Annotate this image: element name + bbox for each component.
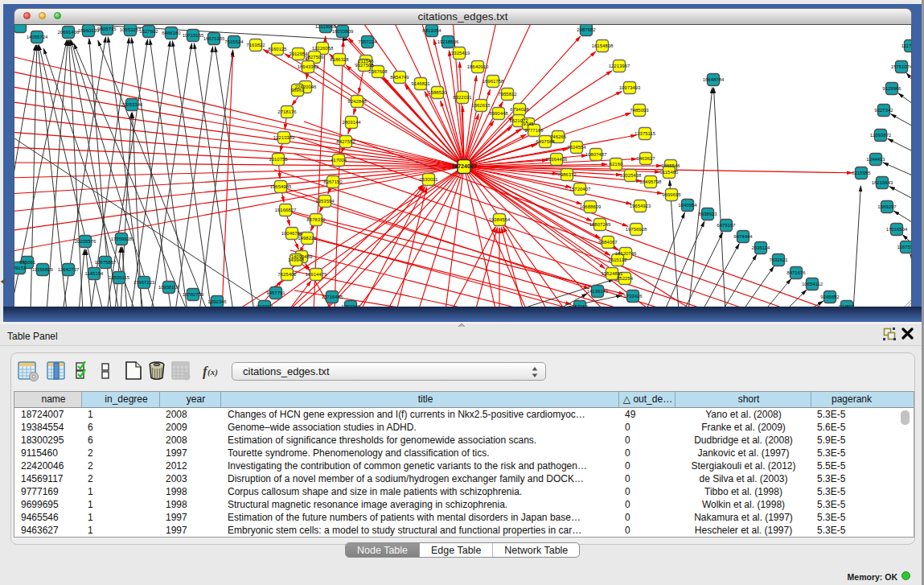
svg-text:1527602: 1527602 (139, 29, 158, 34)
svg-text:11156829: 11156829 (32, 267, 53, 272)
svg-text:18724007: 18724007 (451, 163, 476, 169)
svg-text:252254: 252254 (617, 276, 634, 281)
svg-text:28495798: 28495798 (640, 179, 662, 184)
svg-text:12213967: 12213967 (609, 64, 630, 68)
svg-text:10653267: 10653267 (120, 27, 142, 32)
svg-text:6794028: 6794028 (510, 107, 529, 112)
svg-text:9457791: 9457791 (266, 290, 285, 295)
svg-text:8471676: 8471676 (786, 270, 806, 275)
svg-text:2803144: 2803144 (342, 120, 361, 125)
svg-text:20364436: 20364436 (546, 157, 568, 162)
svg-text:19166827: 19166827 (275, 208, 297, 212)
svg-text:10958107: 10958107 (158, 285, 180, 290)
svg-text:2367608: 2367608 (368, 69, 388, 74)
svg-text:1117533: 1117533 (901, 43, 912, 48)
svg-text:9327508: 9327508 (355, 63, 374, 68)
svg-text:16648784: 16648784 (703, 77, 725, 82)
svg-text:2087682: 2087682 (577, 27, 596, 32)
svg-text:1167533: 1167533 (897, 245, 912, 249)
svg-text:8186328: 8186328 (330, 57, 349, 62)
svg-text:8322031: 8322031 (453, 95, 472, 100)
svg-text:10025438: 10025438 (620, 173, 642, 178)
svg-text:17016504: 17016504 (886, 227, 908, 232)
svg-text:12226058: 12226058 (312, 46, 334, 51)
svg-text:16210643: 16210643 (872, 180, 893, 185)
svg-text:10654112: 10654112 (802, 282, 823, 286)
svg-text:9245652: 9245652 (820, 295, 840, 299)
svg-text:1733426: 1733426 (623, 294, 643, 299)
svg-text:16960139: 16960139 (78, 28, 100, 33)
svg-text:16154808: 16154808 (592, 43, 614, 48)
svg-text:10719155: 10719155 (183, 33, 204, 38)
svg-text:10975867: 10975867 (95, 260, 117, 265)
svg-text:98961: 98961 (291, 88, 305, 93)
svg-text:16120746: 16120746 (615, 251, 637, 256)
svg-text:1498222: 1498222 (298, 236, 317, 241)
svg-text:9115460: 9115460 (660, 170, 680, 175)
svg-text:1292346: 1292346 (207, 299, 227, 304)
svg-text:20691406: 20691406 (58, 30, 80, 35)
svg-text:16671355: 16671355 (203, 36, 225, 41)
svg-text:8678332: 8678332 (306, 217, 326, 222)
svg-text:10688609: 10688609 (580, 204, 602, 209)
svg-text:9345: 9345 (523, 122, 534, 126)
svg-text:9827509: 9827509 (305, 55, 324, 60)
svg-text:9605715: 9605715 (97, 27, 117, 31)
svg-text:15751074: 15751074 (891, 64, 912, 69)
svg-text:9129966: 9129966 (882, 86, 901, 91)
svg-text:9474444: 9474444 (733, 234, 753, 239)
svg-text:1244413: 1244413 (866, 157, 885, 162)
svg-text:6497568: 6497568 (536, 139, 555, 144)
svg-text:417004: 417004 (331, 158, 347, 163)
svg-text:1010755: 1010755 (269, 157, 288, 162)
svg-text:62160: 62160 (610, 162, 623, 167)
svg-text:7955812: 7955812 (498, 92, 517, 97)
svg-text:9465546: 9465546 (661, 163, 680, 168)
svg-text:20206576: 20206576 (75, 239, 97, 244)
svg-text:8427552: 8427552 (336, 139, 355, 144)
svg-text:9684067: 9684067 (598, 240, 618, 245)
svg-text:7357224: 7357224 (358, 39, 377, 44)
svg-text:2530021: 2530021 (419, 177, 438, 182)
svg-text:19756928: 19756928 (626, 227, 647, 232)
svg-text:14055724: 14055724 (27, 35, 48, 39)
svg-text:12375115: 12375115 (634, 131, 656, 136)
svg-text:6466160: 6466160 (162, 31, 181, 35)
svg-text:16033809: 16033809 (332, 29, 354, 34)
svg-text:9777169: 9777169 (524, 128, 544, 133)
svg-text:7625402: 7625402 (277, 272, 297, 277)
svg-text:16961758: 16961758 (483, 79, 504, 84)
svg-text:20053346: 20053346 (121, 102, 143, 107)
svg-text:935061: 935061 (19, 260, 36, 265)
svg-text:15716485: 15716485 (322, 295, 343, 299)
svg-text:7163822: 7163822 (246, 43, 265, 47)
svg-text:16782759: 16782759 (183, 292, 204, 297)
svg-text:7485003: 7485003 (630, 108, 649, 113)
svg-text:2935114: 2935114 (752, 245, 771, 250)
svg-text:12942737: 12942737 (58, 267, 80, 272)
svg-text:18640910: 18640910 (467, 64, 489, 69)
svg-text:(x): (x) (207, 367, 218, 377)
svg-text:10973493: 10973493 (619, 85, 641, 90)
svg-text:9146821: 9146821 (411, 81, 430, 86)
svg-text:12505115: 12505115 (109, 275, 130, 280)
svg-text:13325419: 13325419 (449, 51, 470, 56)
svg-text:9227342: 9227342 (874, 108, 893, 113)
svg-text:8813054: 8813054 (422, 28, 441, 33)
svg-text:8215955: 8215955 (852, 171, 871, 175)
svg-text:9463627: 9463627 (636, 156, 655, 161)
svg-text:2718176: 2718176 (277, 109, 297, 114)
svg-text:1562615: 1562615 (471, 103, 491, 108)
svg-text:39151: 39151 (14, 266, 27, 270)
svg-text:1145194: 1145194 (85, 271, 105, 276)
svg-text:8160125: 8160125 (268, 47, 287, 51)
svg-text:16543362: 16543362 (298, 64, 319, 69)
svg-text:10807487: 10807487 (585, 152, 607, 157)
svg-text:3624554: 3624554 (567, 145, 586, 150)
svg-text:7515524: 7515524 (224, 39, 244, 44)
svg-text:8454749: 8454749 (390, 75, 409, 80)
svg-text:8267150: 8267150 (323, 179, 343, 184)
svg-text:17957223: 17957223 (133, 280, 155, 285)
svg-text:1588520: 1588520 (428, 90, 447, 95)
svg-text:19384554: 19384554 (489, 217, 511, 222)
